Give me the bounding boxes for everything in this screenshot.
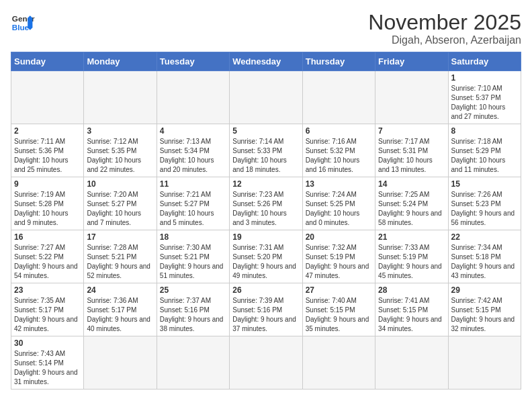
day-info: Sunrise: 7:28 AM Sunset: 5:21 PM Dayligh…: [87, 243, 153, 281]
day-info: Sunrise: 7:11 AM Sunset: 5:36 PM Dayligh…: [14, 137, 81, 175]
day-number: 23: [14, 285, 81, 295]
day-number: 5: [232, 126, 299, 136]
table-row: [302, 336, 375, 390]
day-number: 15: [451, 179, 518, 189]
table-row: 25Sunrise: 7:37 AM Sunset: 5:16 PM Dayli…: [157, 283, 229, 336]
table-row: 27Sunrise: 7:40 AM Sunset: 5:15 PM Dayli…: [302, 283, 375, 336]
day-info: Sunrise: 7:34 AM Sunset: 5:18 PM Dayligh…: [451, 243, 518, 281]
table-row: [157, 336, 229, 390]
svg-text:Blue: Blue: [12, 23, 30, 32]
day-number: 13: [306, 179, 372, 189]
table-row: [11, 71, 84, 124]
table-row: 4Sunrise: 7:13 AM Sunset: 5:34 PM Daylig…: [157, 124, 229, 177]
table-row: 1Sunrise: 7:10 AM Sunset: 5:37 PM Daylig…: [448, 71, 521, 124]
table-row: 6Sunrise: 7:16 AM Sunset: 5:32 PM Daylig…: [302, 124, 375, 177]
table-row: 2Sunrise: 7:11 AM Sunset: 5:36 PM Daylig…: [11, 124, 84, 177]
day-info: Sunrise: 7:30 AM Sunset: 5:21 PM Dayligh…: [160, 243, 226, 281]
table-row: 28Sunrise: 7:41 AM Sunset: 5:15 PM Dayli…: [375, 283, 448, 336]
day-number: 30: [14, 338, 81, 348]
day-info: Sunrise: 7:42 AM Sunset: 5:15 PM Dayligh…: [451, 296, 518, 334]
table-row: [375, 336, 448, 390]
table-row: [230, 71, 302, 124]
day-number: 24: [87, 285, 153, 295]
day-info: Sunrise: 7:41 AM Sunset: 5:15 PM Dayligh…: [378, 296, 445, 334]
day-number: 11: [160, 179, 226, 189]
page-container: General Blue November 2025 Digah, Absero…: [11, 11, 521, 390]
day-number: 28: [378, 285, 445, 295]
table-row: [84, 71, 157, 124]
day-info: Sunrise: 7:36 AM Sunset: 5:17 PM Dayligh…: [87, 296, 153, 334]
day-number: 4: [160, 126, 226, 136]
table-row: [302, 71, 375, 124]
day-info: Sunrise: 7:39 AM Sunset: 5:16 PM Dayligh…: [232, 296, 299, 334]
day-number: 25: [160, 285, 226, 295]
table-row: 5Sunrise: 7:14 AM Sunset: 5:33 PM Daylig…: [230, 124, 302, 177]
day-number: 20: [306, 232, 372, 242]
table-row: 26Sunrise: 7:39 AM Sunset: 5:16 PM Dayli…: [230, 283, 302, 336]
month-year-title: November 2025: [368, 11, 521, 34]
location-subtitle: Digah, Abseron, Azerbaijan: [368, 34, 521, 46]
table-row: 3Sunrise: 7:12 AM Sunset: 5:35 PM Daylig…: [84, 124, 157, 177]
day-number: 18: [160, 232, 226, 242]
day-info: Sunrise: 7:33 AM Sunset: 5:19 PM Dayligh…: [378, 243, 445, 281]
table-row: 19Sunrise: 7:31 AM Sunset: 5:20 PM Dayli…: [230, 230, 302, 283]
day-info: Sunrise: 7:14 AM Sunset: 5:33 PM Dayligh…: [232, 137, 299, 175]
header-friday: Friday: [375, 52, 448, 71]
table-row: 15Sunrise: 7:26 AM Sunset: 5:23 PM Dayli…: [448, 177, 521, 230]
header-wednesday: Wednesday: [230, 52, 302, 71]
header-saturday: Saturday: [448, 52, 521, 71]
day-info: Sunrise: 7:16 AM Sunset: 5:32 PM Dayligh…: [306, 137, 372, 175]
table-row: 16Sunrise: 7:27 AM Sunset: 5:22 PM Dayli…: [11, 230, 84, 283]
table-row: 7Sunrise: 7:17 AM Sunset: 5:31 PM Daylig…: [375, 124, 448, 177]
header-thursday: Thursday: [302, 52, 375, 71]
day-info: Sunrise: 7:23 AM Sunset: 5:26 PM Dayligh…: [232, 190, 299, 228]
day-number: 8: [451, 126, 518, 136]
table-row: 20Sunrise: 7:32 AM Sunset: 5:19 PM Dayli…: [302, 230, 375, 283]
day-info: Sunrise: 7:37 AM Sunset: 5:16 PM Dayligh…: [160, 296, 226, 334]
logo-icon: General Blue: [11, 11, 35, 35]
table-row: [230, 336, 302, 390]
day-info: Sunrise: 7:40 AM Sunset: 5:15 PM Dayligh…: [306, 296, 372, 334]
header: General Blue November 2025 Digah, Absero…: [11, 11, 521, 46]
day-info: Sunrise: 7:13 AM Sunset: 5:34 PM Dayligh…: [160, 137, 226, 175]
day-info: Sunrise: 7:17 AM Sunset: 5:31 PM Dayligh…: [378, 137, 445, 175]
header-monday: Monday: [84, 52, 157, 71]
day-info: Sunrise: 7:21 AM Sunset: 5:27 PM Dayligh…: [160, 190, 226, 228]
logo: General Blue: [11, 11, 35, 35]
day-info: Sunrise: 7:32 AM Sunset: 5:19 PM Dayligh…: [306, 243, 372, 281]
table-row: 17Sunrise: 7:28 AM Sunset: 5:21 PM Dayli…: [84, 230, 157, 283]
calendar-table: Sunday Monday Tuesday Wednesday Thursday…: [11, 52, 521, 390]
day-info: Sunrise: 7:31 AM Sunset: 5:20 PM Dayligh…: [232, 243, 299, 281]
day-number: 6: [306, 126, 372, 136]
header-sunday: Sunday: [11, 52, 84, 71]
table-row: 11Sunrise: 7:21 AM Sunset: 5:27 PM Dayli…: [157, 177, 229, 230]
day-number: 26: [232, 285, 299, 295]
table-row: 18Sunrise: 7:30 AM Sunset: 5:21 PM Dayli…: [157, 230, 229, 283]
day-number: 7: [378, 126, 445, 136]
header-tuesday: Tuesday: [157, 52, 229, 71]
table-row: [157, 71, 229, 124]
day-info: Sunrise: 7:10 AM Sunset: 5:37 PM Dayligh…: [451, 84, 518, 122]
day-info: Sunrise: 7:19 AM Sunset: 5:28 PM Dayligh…: [14, 190, 81, 228]
table-row: 9Sunrise: 7:19 AM Sunset: 5:28 PM Daylig…: [11, 177, 84, 230]
day-number: 1: [451, 73, 518, 83]
day-info: Sunrise: 7:12 AM Sunset: 5:35 PM Dayligh…: [87, 137, 153, 175]
day-info: Sunrise: 7:25 AM Sunset: 5:24 PM Dayligh…: [378, 190, 445, 228]
day-info: Sunrise: 7:18 AM Sunset: 5:29 PM Dayligh…: [451, 137, 518, 175]
day-info: Sunrise: 7:20 AM Sunset: 5:27 PM Dayligh…: [87, 190, 153, 228]
calendar-header-row: Sunday Monday Tuesday Wednesday Thursday…: [11, 52, 521, 71]
table-row: 24Sunrise: 7:36 AM Sunset: 5:17 PM Dayli…: [84, 283, 157, 336]
table-row: 21Sunrise: 7:33 AM Sunset: 5:19 PM Dayli…: [375, 230, 448, 283]
day-number: 29: [451, 285, 518, 295]
day-number: 14: [378, 179, 445, 189]
table-row: 13Sunrise: 7:24 AM Sunset: 5:25 PM Dayli…: [302, 177, 375, 230]
day-number: 10: [87, 179, 153, 189]
table-row: 8Sunrise: 7:18 AM Sunset: 5:29 PM Daylig…: [448, 124, 521, 177]
table-row: 12Sunrise: 7:23 AM Sunset: 5:26 PM Dayli…: [230, 177, 302, 230]
day-number: 9: [14, 179, 81, 189]
day-number: 17: [87, 232, 153, 242]
day-info: Sunrise: 7:35 AM Sunset: 5:17 PM Dayligh…: [14, 296, 81, 334]
day-info: Sunrise: 7:27 AM Sunset: 5:22 PM Dayligh…: [14, 243, 81, 281]
day-number: 21: [378, 232, 445, 242]
table-row: [448, 336, 521, 390]
